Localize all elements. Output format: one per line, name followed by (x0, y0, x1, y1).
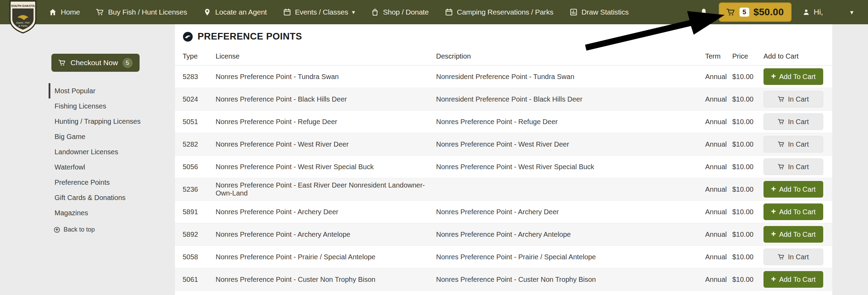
back-to-top-label: Back to top (64, 226, 95, 233)
cart-icon (726, 8, 735, 17)
page-title: PREFERENCE POINTS (198, 31, 302, 42)
in-cart-label: In Cart (788, 95, 809, 103)
add-to-cart-label: Add To Cart (779, 231, 816, 238)
cart-icon (778, 118, 785, 125)
calendar-icon (445, 8, 453, 16)
in-cart-button[interactable]: In Cart (763, 136, 823, 153)
in-cart-button[interactable]: In Cart (763, 249, 823, 265)
add-to-cart-button[interactable]: +Add To Cart (763, 68, 823, 85)
in-cart-button[interactable]: In Cart (763, 113, 823, 130)
nav-item-buy-fish-hunt-licenses[interactable]: Buy Fish / Hunt Licenses (96, 8, 187, 16)
col-header-price: Price (732, 52, 763, 60)
cell-license: Nonres Preference Point - West River Dee… (216, 140, 436, 148)
back-to-top-icon (53, 226, 60, 233)
sd-gfp-logo[interactable]: SOUTH DAKOTA Game, Fish & Parks (9, 0, 37, 34)
cell-license: Nonres Preference Point - Custer Non Tro… (216, 276, 436, 284)
cell-license: Nonres Preference Point - Refuge Deer (216, 118, 436, 126)
account-chevron-down-icon[interactable]: ▾ (850, 8, 853, 16)
table-row: 5058Nonres Preference Point - Prairie / … (175, 246, 832, 268)
cart-total-button[interactable]: 5 $50.00 (719, 2, 792, 22)
table-row: 5282Nonres Preference Point - West River… (175, 133, 832, 156)
home-icon (49, 8, 57, 16)
calendar-icon (283, 8, 291, 16)
notifications-bell-icon[interactable] (699, 8, 708, 17)
plus-icon: + (771, 230, 776, 238)
add-to-cart-button[interactable]: +Add To Cart (763, 181, 823, 198)
cell-type: 5236 (183, 185, 216, 193)
col-header-description: Description (436, 52, 705, 60)
nav-item-locate-an-agent[interactable]: Locate an Agent (203, 8, 267, 16)
cell-license: Nonres Preference Point - West River Spe… (216, 163, 436, 171)
nav-items: HomeBuy Fish / Hunt LicensesLocate an Ag… (49, 8, 629, 16)
plus-icon: + (771, 275, 776, 283)
in-cart-button[interactable]: In Cart (763, 158, 823, 175)
table-header: Type License Description Term Price Add … (175, 47, 832, 66)
cell-description: Nonres Preference Point - Archery Deer (436, 208, 705, 216)
svg-text:SOUTH DAKOTA: SOUTH DAKOTA (11, 4, 35, 8)
cell-price: $10.00 (732, 140, 763, 148)
sidebar-item-hunting-trapping-licenses[interactable]: Hunting / Trapping Licenses (49, 114, 153, 129)
nav-item-label: Shop / Donate (383, 8, 429, 16)
cell-price: $10.00 (732, 253, 763, 261)
nav-item-draw-statistics[interactable]: Draw Statistics (569, 8, 629, 16)
cell-type: 5283 (183, 73, 216, 81)
cell-license: Nonres Preference Point - Archery Antelo… (216, 231, 436, 238)
nav-item-shop-donate[interactable]: Shop / Donate (371, 8, 429, 16)
sidebar-item-preference-points[interactable]: Preference Points (49, 175, 153, 190)
cell-type: 5061 (183, 276, 216, 284)
cell-term: Annual (705, 253, 732, 261)
add-to-cart-button[interactable]: +Add To Cart (763, 271, 823, 288)
account-menu[interactable]: Hi, (802, 8, 823, 17)
cell-action: In Cart (763, 136, 825, 153)
cell-price: $10.00 (732, 185, 763, 193)
sidebar-item-fishing-licenses[interactable]: Fishing Licenses (49, 98, 153, 114)
nav-item-label: Events / Classes (295, 8, 348, 16)
cell-description: Nonres Preference Point - Archery Antelo… (436, 231, 705, 238)
cell-term: Annual (705, 163, 732, 171)
cell-action: In Cart (763, 91, 825, 107)
nav-right: 5 $50.00 Hi, ▾ (699, 2, 868, 22)
cell-type: 5051 (183, 118, 216, 126)
table-row: 5061Nonres Preference Point - Custer Non… (175, 268, 832, 291)
table-row: 5283Nonres Preference Point - Tundra Swa… (175, 66, 832, 88)
sidebar-item-landowner-licenses[interactable]: Landowner Licenses (49, 144, 153, 159)
cell-description: Nonresident Preference Point - Black Hil… (436, 95, 705, 103)
sidebar-item-big-game[interactable]: Big Game (49, 129, 153, 144)
cell-price: $10.00 (732, 118, 763, 126)
cell-description: Nonres Preference Point - West River Spe… (436, 163, 705, 171)
in-cart-label: In Cart (788, 163, 809, 171)
gfp-logo-icon (183, 32, 193, 42)
nav-item-label: Buy Fish / Hunt Licenses (108, 8, 187, 16)
sidebar-item-waterfowl[interactable]: Waterfowl (49, 159, 153, 175)
nav-item-label: Draw Statistics (582, 8, 629, 16)
cart-icon (778, 96, 785, 103)
nav-item-home[interactable]: Home (49, 8, 80, 16)
sidebar-item-gift-cards-donations[interactable]: Gift Cards & Donations (49, 190, 153, 205)
col-header-license: License (216, 52, 436, 60)
person-icon (802, 8, 810, 16)
table-row: 5891Nonres Preference Point - Archery De… (175, 201, 832, 223)
cell-term: Annual (705, 118, 732, 126)
nav-item-label: Locate an Agent (215, 8, 267, 16)
svg-text:& Parks: & Parks (18, 24, 28, 27)
sidebar-item-most-popular[interactable]: Most Popular (49, 83, 153, 98)
cell-description: Nonres Preference Point - West River Dee… (436, 140, 705, 148)
main-panel: PREFERENCE POINTS Type License Descripti… (175, 24, 832, 295)
nav-item-events-classes[interactable]: Events / Classes▾ (283, 8, 355, 16)
add-to-cart-label: Add To Cart (779, 276, 816, 284)
cell-price: $10.00 (732, 276, 763, 284)
add-to-cart-button[interactable]: +Add To Cart (763, 226, 823, 243)
table-row: 5056Nonres Preference Point - West River… (175, 156, 832, 178)
nav-item-camping-reservations-parks[interactable]: Camping Reservations / Parks (445, 8, 553, 16)
cell-action: +Add To Cart (763, 203, 825, 220)
in-cart-button[interactable]: In Cart (763, 91, 823, 107)
back-to-top-link[interactable]: Back to top (53, 226, 153, 233)
col-header-type: Type (183, 52, 216, 60)
plus-icon: + (771, 207, 776, 216)
sidebar-item-magazines[interactable]: Magazines (49, 205, 153, 220)
cart-icon (778, 141, 785, 148)
checkout-now-button[interactable]: Checkout Now 5 (51, 54, 140, 72)
add-to-cart-button[interactable]: +Add To Cart (763, 203, 823, 220)
cell-action: +Add To Cart (763, 68, 825, 85)
cell-description: Nonres Preference Point - Refuge Deer (436, 118, 705, 126)
